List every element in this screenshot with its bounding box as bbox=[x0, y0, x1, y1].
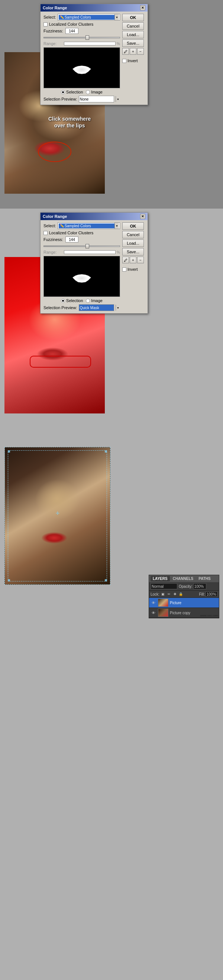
lock-transparency-icon[interactable]: ▣ bbox=[161, 592, 165, 597]
select-dropdown-2[interactable]: ✏️ Sampled Colors ▼ bbox=[58, 223, 120, 229]
selection-preview-arrow[interactable]: ▼ bbox=[115, 96, 120, 102]
select-value-2: ✏️ Sampled Colors bbox=[59, 223, 114, 228]
tab-layers[interactable]: LAYERS bbox=[150, 576, 170, 581]
selection-preview-arrow-2[interactable]: ▼ bbox=[115, 305, 120, 311]
load-button-1[interactable]: Load... bbox=[122, 31, 144, 38]
ok-button-1[interactable]: OK bbox=[122, 14, 144, 21]
select-dropdown-arrow[interactable]: ▼ bbox=[114, 14, 119, 20]
select-arrow-2[interactable]: ▼ bbox=[114, 223, 119, 229]
blend-mode-select[interactable]: Normal bbox=[150, 583, 177, 589]
section1-container: Click somewhere over the lips Color Rang… bbox=[0, 0, 223, 208]
opacity-value[interactable]: 100% bbox=[193, 583, 206, 589]
localized-checkbox[interactable] bbox=[43, 22, 47, 27]
dialog2-close-button[interactable]: ✕ bbox=[140, 214, 146, 219]
load-button-2[interactable]: Load... bbox=[122, 240, 144, 247]
layer-name-picture: Picture bbox=[170, 601, 217, 605]
lock-paint-icon[interactable]: ✏ bbox=[167, 592, 171, 597]
eyedrop-add-2[interactable]: + bbox=[130, 257, 136, 263]
fill-label: Fill: bbox=[199, 592, 205, 597]
fuzziness-label: Fuzziness: bbox=[43, 29, 64, 33]
slider-track bbox=[43, 37, 120, 38]
radio-selection-button[interactable] bbox=[61, 90, 65, 94]
radio-image-button[interactable] bbox=[86, 90, 90, 94]
selection-preview-row: Selection Preview: None ▼ bbox=[43, 96, 120, 102]
color-range-dialog-1: Color Range ✕ Select: ✏️ Sampled Colors … bbox=[40, 4, 148, 105]
fuzziness-row-2: Fuzziness: 144 bbox=[43, 237, 120, 242]
layers-panel: LAYERS CHANNELS PATHS Normal Opacity: 10… bbox=[149, 575, 219, 618]
eyedrop-subtract[interactable]: − bbox=[137, 48, 144, 55]
invert-label-2: Invert bbox=[128, 267, 138, 272]
dialog2-title: Color Range bbox=[43, 214, 67, 219]
selection-preview-value: None bbox=[80, 97, 89, 101]
save-button-1[interactable]: Save... bbox=[122, 40, 144, 47]
select-label: Select: bbox=[43, 15, 56, 19]
blend-mode-value: Normal bbox=[152, 584, 163, 589]
slider-thumb-2[interactable] bbox=[85, 244, 89, 248]
instruction-line2: over the lips bbox=[54, 123, 85, 129]
fuzziness-value[interactable]: 144 bbox=[65, 28, 78, 34]
selection-corner-tl bbox=[8, 450, 10, 453]
fill-control: Fill: 100% bbox=[199, 592, 217, 597]
cancel-button-2[interactable]: Cancel bbox=[122, 231, 144, 239]
radio-image-button-2[interactable] bbox=[86, 299, 90, 303]
localized-checkbox-2[interactable] bbox=[43, 231, 47, 235]
range-label: Range: bbox=[43, 41, 64, 46]
selection-preview-label: Selection Preview: bbox=[43, 97, 77, 101]
instruction-line1: Click somewhere bbox=[48, 116, 91, 122]
selection-preview-select[interactable]: None bbox=[79, 96, 114, 102]
color-range-dialog-2: Color Range ✕ Select: ✏️ Sampled Colors … bbox=[40, 212, 148, 313]
localized-label: Localized Color Clusters bbox=[49, 22, 93, 27]
tab-paths[interactable]: PATHS bbox=[196, 576, 213, 581]
lock-all-icon[interactable]: 🔒 bbox=[179, 592, 183, 597]
selection-preview-select-2[interactable]: Quick Mask bbox=[79, 304, 114, 311]
layer-item-picture[interactable]: 👁 Picture bbox=[149, 598, 219, 608]
dialog1-title: Color Range bbox=[43, 6, 67, 10]
fuzziness-value-2[interactable]: 144 bbox=[65, 237, 78, 242]
lock-position-icon[interactable]: ✚ bbox=[173, 592, 177, 597]
lips-annotation-circle bbox=[38, 142, 71, 162]
localized-label-2: Localized Color Clusters bbox=[49, 231, 93, 235]
opacity-control: Opacity: 100% bbox=[179, 583, 206, 589]
fill-value[interactable]: 100% bbox=[206, 592, 217, 597]
ok-button-2[interactable]: OK bbox=[122, 223, 144, 230]
radio-selection-2[interactable]: Selection bbox=[61, 298, 83, 303]
radio-image[interactable]: Image bbox=[86, 90, 103, 94]
quickmask-annotation-circle bbox=[30, 356, 91, 368]
range-row: Range: % bbox=[43, 41, 120, 46]
dialog2-titlebar[interactable]: Color Range ✕ bbox=[41, 213, 147, 220]
invert-checkbox-2[interactable] bbox=[122, 267, 127, 272]
radio-selection[interactable]: Selection bbox=[61, 90, 83, 94]
selection-corner-br bbox=[105, 579, 107, 581]
invert-row-1: Invert bbox=[122, 59, 145, 63]
slider-track-2 bbox=[43, 245, 120, 247]
cancel-button-1[interactable]: Cancel bbox=[122, 22, 144, 30]
radio-selection-button-2[interactable] bbox=[61, 299, 65, 303]
layer-eye-picture-copy[interactable]: 👁 bbox=[150, 610, 157, 616]
select-value: ✏️ Sampled Colors bbox=[59, 15, 114, 20]
range-pct-2: % bbox=[117, 250, 120, 255]
fuzziness-slider[interactable] bbox=[43, 35, 120, 40]
dialog1-titlebar[interactable]: Color Range ✕ bbox=[41, 4, 147, 11]
eyedrop-add[interactable]: + bbox=[130, 48, 136, 55]
radio-image-2[interactable]: Image bbox=[86, 298, 103, 303]
preview-lips-shape bbox=[73, 65, 91, 75]
layer-thumb-picture-copy bbox=[158, 609, 168, 617]
save-button-2[interactable]: Save... bbox=[122, 248, 144, 256]
eyedrop-subtract-2[interactable]: − bbox=[137, 257, 144, 263]
selection-preview-label-2: Selection Preview: bbox=[43, 305, 77, 310]
eyedrop-normal[interactable]: 🖉 bbox=[122, 48, 129, 55]
dialog1-left-panel: Select: ✏️ Sampled Colors ▼ Localized Co… bbox=[43, 14, 120, 102]
tab-channels[interactable]: CHANNELS bbox=[171, 576, 196, 581]
select-row-2: Select: ✏️ Sampled Colors ▼ bbox=[43, 223, 120, 229]
dialog1-close-button[interactable]: ✕ bbox=[140, 5, 146, 10]
layer-eye-picture[interactable]: 👁 bbox=[150, 600, 157, 606]
slider-thumb[interactable] bbox=[85, 35, 89, 40]
invert-checkbox-1[interactable] bbox=[122, 59, 127, 63]
dialog1-right-panel: OK Cancel Load... Save... 🖉 + − Invert bbox=[122, 14, 145, 102]
select-dropdown[interactable]: ✏️ Sampled Colors ▼ bbox=[58, 14, 120, 21]
range-track bbox=[64, 42, 115, 45]
fuzziness-slider-2[interactable] bbox=[43, 243, 120, 249]
eyedrop-normal-2[interactable]: 🖉 bbox=[122, 257, 129, 263]
dialog1-preview-box bbox=[43, 47, 120, 88]
layers-lock-row: Lock: ▣ ✏ ✚ 🔒 Fill: 100% bbox=[149, 591, 219, 598]
